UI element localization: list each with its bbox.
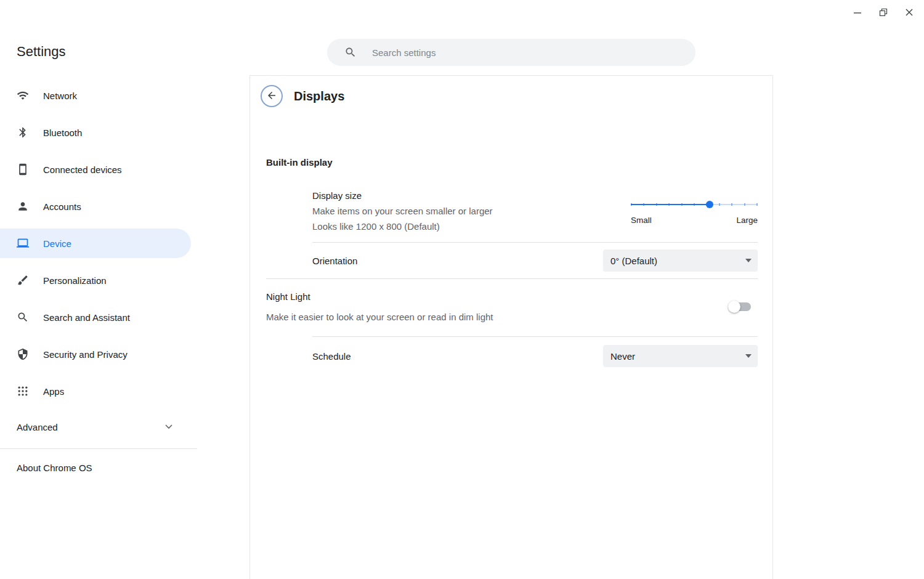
- sidebar-item-label: Accounts: [43, 201, 81, 212]
- apps-grid-icon: [17, 385, 29, 397]
- display-size-label: Display size: [312, 188, 493, 203]
- laptop-icon: [17, 237, 29, 249]
- schedule-select[interactable]: Never: [603, 345, 758, 367]
- display-size-row: Display size Make items on your screen s…: [312, 188, 758, 234]
- sidebar-item-connected-devices[interactable]: Connected devices: [0, 155, 191, 184]
- sidebar-item-about-chrome-os[interactable]: About Chrome OS: [0, 449, 249, 473]
- smartphone-icon: [17, 163, 29, 176]
- toggle-knob[interactable]: [728, 301, 740, 313]
- section-title-built-in-display: Built-in display: [266, 157, 772, 168]
- restore-icon: [879, 8, 888, 18]
- sidebar-item-label: Connected devices: [43, 164, 122, 175]
- sidebar-item-personalization[interactable]: Personalization: [0, 265, 191, 295]
- minimize-icon: [853, 8, 862, 18]
- page-title: Displays: [294, 89, 344, 103]
- sidebar-item-bluetooth[interactable]: Bluetooth: [0, 118, 191, 147]
- search-icon: [344, 46, 357, 59]
- sidebar-item-label: Network: [43, 91, 77, 101]
- back-button[interactable]: [261, 85, 283, 107]
- orientation-value: 0° (Default): [610, 256, 657, 266]
- chevron-down-icon: [165, 424, 172, 429]
- back-arrow-icon: [266, 90, 277, 103]
- sidebar-item-label: Personalization: [43, 275, 107, 286]
- schedule-value: Never: [610, 351, 635, 362]
- search-icon: [17, 311, 29, 323]
- dropdown-arrow-icon: [745, 259, 752, 262]
- sidebar-item-label: Apps: [43, 386, 64, 397]
- sidebar-item-label: Search and Assistant: [43, 312, 130, 323]
- restore-button[interactable]: [875, 5, 892, 21]
- display-size-description: Make items on your screen smaller or lar…: [312, 203, 493, 219]
- sidebar-item-apps[interactable]: Apps: [0, 376, 191, 406]
- sidebar-item-label: Security and Privacy: [43, 349, 128, 360]
- app-header: Settings: [0, 0, 924, 75]
- search-bar[interactable]: [327, 39, 695, 66]
- sidebar-item-accounts[interactable]: Accounts: [0, 192, 191, 221]
- close-button[interactable]: [901, 5, 918, 21]
- close-icon: [905, 8, 914, 18]
- orientation-select[interactable]: 0° (Default): [603, 249, 758, 272]
- sidebar-item-label: Device: [43, 238, 71, 249]
- slider-knob[interactable]: [706, 201, 713, 208]
- sidebar-item-label: Bluetooth: [43, 128, 82, 138]
- dropdown-arrow-icon: [745, 354, 752, 358]
- app-title: Settings: [17, 44, 66, 60]
- brush-icon: [17, 274, 29, 286]
- slider-max-label: Large: [736, 216, 758, 225]
- sidebar-advanced-toggle[interactable]: Advanced: [0, 413, 191, 440]
- sidebar: Network Bluetooth Connected devices Acco…: [0, 75, 249, 579]
- person-icon: [17, 200, 29, 213]
- slider-min-label: Small: [631, 216, 652, 225]
- slider-fill: [631, 204, 710, 205]
- orientation-label: Orientation: [312, 253, 357, 269]
- sidebar-item-search-assistant[interactable]: Search and Assistant: [0, 302, 191, 332]
- schedule-label: Schedule: [312, 349, 351, 364]
- schedule-row: Schedule Never: [250, 337, 772, 374]
- night-light-toggle[interactable]: [730, 302, 751, 311]
- night-light-label: Night Light: [266, 289, 493, 304]
- sidebar-item-security-privacy[interactable]: Security and Privacy: [0, 339, 191, 369]
- shield-icon: [17, 348, 29, 360]
- search-input[interactable]: [372, 47, 695, 58]
- night-light-description: Make it easier to look at your screen or…: [266, 309, 493, 325]
- advanced-label: Advanced: [17, 422, 58, 432]
- window-controls: [849, 5, 918, 21]
- page-header: Displays: [250, 76, 772, 107]
- display-size-slider[interactable]: [631, 201, 758, 208]
- displays-page: Displays Built-in display Display size M…: [249, 75, 773, 579]
- night-light-row: Night Light Make it easier to look at yo…: [250, 279, 772, 336]
- orientation-row: Orientation 0° (Default): [250, 243, 772, 278]
- wifi-icon: [17, 89, 29, 102]
- minimize-button[interactable]: [849, 5, 866, 21]
- display-size-slider-block: Small Large: [631, 201, 758, 225]
- display-size-current-value: Looks like 1200 x 800 (Default): [312, 219, 493, 234]
- bluetooth-icon: [17, 126, 29, 139]
- sidebar-item-device[interactable]: Device: [0, 229, 191, 258]
- sidebar-item-network[interactable]: Network: [0, 81, 191, 110]
